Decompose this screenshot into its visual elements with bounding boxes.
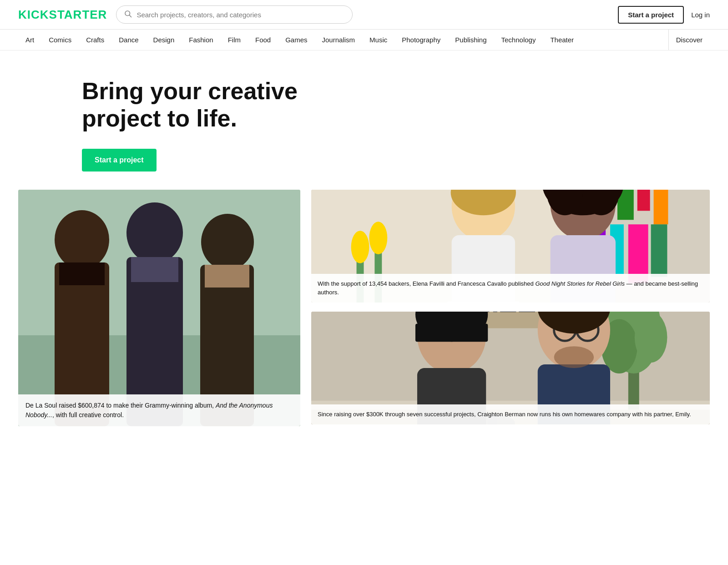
svg-point-4 [55,210,109,269]
nav-item-comics[interactable]: Comics [41,30,79,50]
svg-rect-53 [415,323,488,342]
category-nav: Art Comics Crafts Dance Design Fashion F… [0,30,728,50]
svg-rect-12 [205,265,249,288]
svg-rect-6 [59,262,105,285]
nav-item-journalism[interactable]: Journalism [315,30,363,50]
search-input[interactable] [136,11,345,19]
card-delas[interactable]: De La Soul raised $600,874 to make their… [18,190,300,426]
nav-item-design[interactable]: Design [146,30,182,50]
svg-point-25 [351,231,369,263]
nav-item-crafts[interactable]: Crafts [79,30,111,50]
nav-item-film[interactable]: Film [221,30,248,50]
card-berman[interactable]: MIZEL [311,312,710,424]
nav-item-food[interactable]: Food [248,30,278,50]
nav-item-photography[interactable]: Photography [394,30,448,50]
svg-rect-18 [637,190,650,211]
card-delas-caption: De La Soul raised $600,874 to make their… [18,394,300,426]
svg-point-7 [126,202,183,263]
hero-title: Bring your creative project to life. [82,78,300,132]
svg-point-59 [554,346,594,368]
search-bar[interactable] [116,5,353,24]
svg-point-27 [369,222,387,254]
start-project-button-header[interactable]: Start a project [618,6,684,24]
site-logo[interactable]: KICKSTARTER [18,8,107,22]
card-berman-caption-text: Since raising over $300K through seven s… [318,411,691,418]
site-header: KICKSTARTER Start a project Log in [0,0,728,30]
cards-right-column: With the support of 13,454 backers, Elen… [311,190,710,426]
header-actions: Start a project Log in [618,6,710,24]
login-link[interactable]: Log in [691,11,710,19]
svg-rect-9 [131,257,178,282]
nav-item-music[interactable]: Music [362,30,394,50]
card-rebel-girls[interactable]: With the support of 13,454 backers, Elen… [311,190,710,303]
nav-item-art[interactable]: Art [18,30,41,50]
card-rebel-girls-caption-text: With the support of 13,454 backers, Elen… [318,280,698,296]
svg-rect-19 [654,190,668,224]
delas-illustration [18,190,300,426]
card-delas-image [18,190,300,426]
nav-item-dance[interactable]: Dance [111,30,146,50]
card-berman-caption: Since raising over $300K through seven s… [311,404,710,424]
search-icon [124,10,132,20]
svg-line-1 [130,15,131,17]
nav-item-games[interactable]: Games [278,30,314,50]
svg-point-46 [635,312,667,362]
card-rebel-girls-caption: With the support of 13,454 backers, Elen… [311,274,710,303]
hero-section: Bring your creative project to life. Sta… [0,50,728,190]
nav-item-technology[interactable]: Technology [494,30,543,50]
nav-item-discover[interactable]: Discover [668,30,710,50]
start-project-button-hero[interactable]: Start a project [82,149,157,172]
svg-point-10 [201,214,254,270]
nav-item-theater[interactable]: Theater [543,30,581,50]
svg-rect-23 [651,224,667,277]
hero-text: Bring your creative project to life. Sta… [82,78,300,172]
nav-item-fashion[interactable]: Fashion [182,30,220,50]
featured-cards: De La Soul raised $600,874 to make their… [0,190,728,444]
card-delas-caption-text: De La Soul raised $600,874 to make their… [25,402,273,419]
nav-item-publishing[interactable]: Publishing [448,30,494,50]
